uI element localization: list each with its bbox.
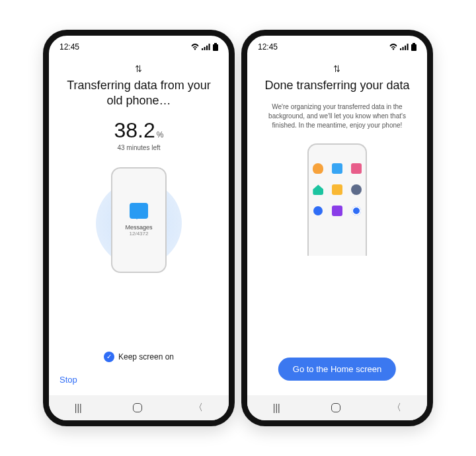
video-icon xyxy=(332,206,342,216)
gallery-icon xyxy=(351,163,362,174)
svg-rect-11 xyxy=(411,44,416,51)
settings-icon xyxy=(351,184,362,195)
svg-rect-3 xyxy=(209,44,210,50)
nav-home-icon[interactable] xyxy=(133,403,142,412)
mini-phone-apps-graphic xyxy=(307,143,367,256)
home-icon xyxy=(313,184,323,195)
battery-icon xyxy=(411,43,416,51)
nav-back-icon[interactable]: 〈 xyxy=(392,402,401,414)
svg-rect-4 xyxy=(214,43,217,44)
navigation-bar: ||| 〈 xyxy=(247,395,427,420)
nav-home-icon[interactable] xyxy=(331,403,340,412)
wifi-icon xyxy=(389,44,398,50)
go-home-button[interactable]: Go to the Home screen xyxy=(278,358,396,381)
status-time: 12:45 xyxy=(60,42,79,52)
messages-icon xyxy=(332,163,342,174)
svg-rect-5 xyxy=(213,44,218,51)
screen-body-done: ⇄ Done transferring your data We're orga… xyxy=(247,58,427,395)
phone-frame-left: 12:45 ⇄ Transferring data from your old … xyxy=(43,30,235,426)
svg-rect-10 xyxy=(413,43,415,44)
transfer-arrows-icon: ⇄ xyxy=(134,65,144,73)
current-item-count: 12/4372 xyxy=(130,231,149,237)
phone-frame-right: 12:45 ⇄ Done transferring your data We'r… xyxy=(241,30,433,426)
svg-rect-0 xyxy=(202,48,203,50)
current-item-label: Messages xyxy=(125,224,152,231)
documents-icon xyxy=(332,184,342,195)
svg-rect-6 xyxy=(400,48,401,50)
percent-symbol: % xyxy=(157,130,164,139)
percent-value: 38.2 xyxy=(114,118,155,142)
mini-phone-graphic: Messages 12/4372 xyxy=(111,167,167,273)
transfer-arrows-icon: ⇄ xyxy=(332,65,342,73)
navigation-bar: ||| 〈 xyxy=(49,395,229,420)
svg-rect-8 xyxy=(405,46,406,50)
signal-icon xyxy=(400,44,409,50)
screen-body-transferring: ⇄ Transferring data from your old phone…… xyxy=(49,58,229,395)
status-time: 12:45 xyxy=(258,42,278,52)
contacts-icon xyxy=(313,163,323,174)
keep-screen-label: Keep screen on xyxy=(118,352,174,361)
svg-rect-1 xyxy=(204,47,206,50)
svg-rect-2 xyxy=(206,46,208,50)
keep-screen-on-toggle[interactable]: ✓ Keep screen on xyxy=(49,352,229,362)
status-indicators xyxy=(190,43,218,51)
apps-icon xyxy=(352,206,361,215)
nav-recents-icon[interactable]: ||| xyxy=(75,402,82,413)
check-icon: ✓ xyxy=(104,352,114,362)
music-icon xyxy=(313,206,323,215)
nav-back-icon[interactable]: 〈 xyxy=(194,402,203,414)
stop-button[interactable]: Stop xyxy=(60,375,77,385)
signal-icon xyxy=(202,44,211,50)
battery-icon xyxy=(213,43,218,51)
wifi-icon xyxy=(190,44,200,50)
svg-rect-9 xyxy=(407,44,409,50)
page-subtitle: We're organizing your transferred data i… xyxy=(258,102,416,130)
status-indicators xyxy=(389,43,416,51)
messages-icon xyxy=(130,203,148,219)
status-bar: 12:45 xyxy=(49,36,229,58)
nav-recents-icon[interactable]: ||| xyxy=(273,402,280,413)
page-title: Transferring data from your old phone… xyxy=(60,78,218,109)
time-remaining: 43 minutes left xyxy=(117,144,160,151)
phone-illustration: Messages 12/4372 xyxy=(93,161,185,280)
progress-percent: 38.2% xyxy=(114,118,164,143)
status-bar: 12:45 xyxy=(247,36,427,58)
page-title: Done transferring your data xyxy=(264,78,409,93)
svg-rect-7 xyxy=(403,47,404,50)
